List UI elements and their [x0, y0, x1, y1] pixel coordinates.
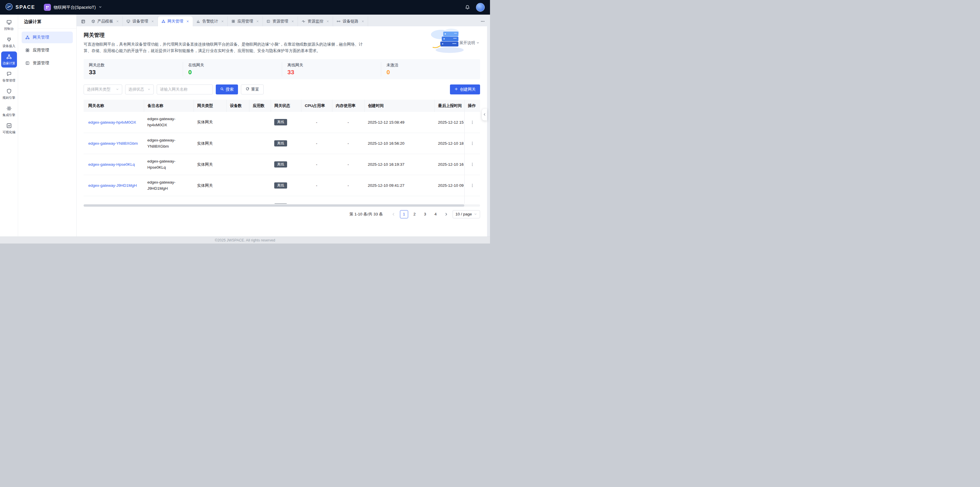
alarm-management-icon [6, 71, 12, 77]
rail-item-console[interactable]: 控制台 [1, 17, 17, 33]
tabs-list-icon[interactable] [78, 16, 88, 26]
column-header-last-report: 最后上报时间 [434, 100, 464, 112]
last-report-time: 2025-12-12 15 [438, 120, 464, 124]
scrollbar-thumb[interactable] [84, 204, 464, 207]
gateway-remark: edgex-gateway-J9HD1MgH [147, 180, 183, 192]
tab-alarm-statistics[interactable]: 告警统计 [192, 16, 228, 26]
rail-item-label: 控制台 [4, 27, 14, 31]
tab-device-management[interactable]: 设备管理 [123, 16, 158, 26]
gateway-name-link[interactable]: edgex-gateway-hp4xM0OX [88, 120, 136, 124]
workspace-selector[interactable]: 物联网平台(SpaceIoT) [44, 4, 102, 11]
search-button-label: 搜索 [226, 87, 234, 92]
gateway-name-link[interactable]: edgex-gateway-YN8BXGbm [88, 141, 138, 146]
next-page-icon[interactable] [442, 210, 450, 218]
previous-page-icon[interactable] [390, 210, 398, 218]
close-icon[interactable] [116, 20, 119, 23]
user-avatar[interactable] [476, 3, 485, 12]
rail-item-integration-engine[interactable]: 集成引擎 [1, 103, 17, 119]
page-size-select[interactable]: 10 / page [453, 210, 480, 218]
create-gateway-button[interactable]: 创建网关 [450, 84, 480, 94]
sidebar-item-resource-management[interactable]: 资源管理 [22, 57, 73, 69]
table-row: edgex-gateway-Hpse0KLq edgex-gateway-Hps… [84, 154, 480, 175]
visualization-icon [6, 123, 12, 129]
tab-device-link[interactable]: 设备链路 [333, 16, 368, 26]
gateway-name-link[interactable]: edgex-gateway-Hpse0KLq [88, 162, 135, 167]
chevron-left-icon [483, 113, 486, 117]
rail-item-edge-computing[interactable]: 边缘计算 [1, 51, 17, 67]
row-actions-kebab-icon[interactable] [469, 119, 476, 126]
page-number-1[interactable]: 1 [400, 210, 408, 218]
row-actions-kebab-icon[interactable] [469, 161, 476, 168]
column-header-cpu: CPU占用率 [301, 100, 332, 112]
gateway-remark: edgex-gateway-hp4xM0OX [147, 116, 183, 128]
sidebar-item-label: 应用管理 [33, 48, 49, 53]
gateway-name-link[interactable]: edgex-gateway-J9HD1MgH [88, 183, 137, 188]
stat-label: 未激活 [387, 62, 475, 68]
tab-label: 资源管理 [272, 19, 288, 24]
stat-value: 33 [89, 69, 177, 76]
close-icon[interactable] [291, 20, 294, 23]
rail-item-rule-engine[interactable]: 规则引擎 [1, 86, 17, 102]
sidebar-item-gateway-management[interactable]: 网关管理 [22, 32, 73, 43]
tab-label: 设备管理 [132, 19, 148, 24]
column-header-gateway-name: 网关名称 [84, 100, 144, 112]
close-icon[interactable] [221, 20, 224, 23]
column-header-type: 网关类型 [194, 100, 226, 112]
brand-logo: SPACE [5, 3, 35, 12]
sidebar: 边缘计算 网关管理 应用管理 资源管理 [18, 14, 76, 237]
tab-label: 告警统计 [202, 19, 218, 24]
close-icon[interactable] [361, 20, 364, 23]
gateway-type-select[interactable]: 选择网关类型 [84, 84, 122, 94]
cpu-usage: - [316, 120, 318, 124]
column-header-memory: 内存使用率 [332, 100, 364, 112]
page-number-3[interactable]: 3 [421, 210, 429, 218]
tab-resource-monitor[interactable]: 资源监控 [298, 16, 333, 26]
tab-resource-management[interactable]: 资源管理 [263, 16, 298, 26]
rail-item-alarm-management[interactable]: 告警管理 [1, 69, 17, 85]
memory-usage: - [348, 162, 349, 167]
gateway-icon [161, 19, 165, 23]
reset-button[interactable]: 重置 [241, 84, 264, 94]
sidebar-item-app-management[interactable]: 应用管理 [22, 45, 73, 56]
stat-label: 在线网关 [188, 62, 277, 68]
page-number-4[interactable]: 4 [431, 210, 440, 218]
search-icon [220, 87, 224, 92]
chevron-down-icon [474, 213, 477, 216]
column-header-created: 创建时间 [364, 100, 434, 112]
stat-online-gateways: 在线网关 0 [183, 62, 282, 76]
plus-icon [454, 87, 458, 92]
resource-monitor-icon [301, 19, 305, 23]
page-size-value: 10 / page [455, 212, 472, 216]
page-description: 可直连物联网平台，具有网关设备管理功能，并代理网关设备直接连接物联网平台的设备。… [84, 41, 369, 54]
expand-description-link[interactable]: 展开说明 [459, 40, 479, 46]
tab-app-management[interactable]: 应用管理 [228, 16, 263, 26]
close-icon[interactable] [186, 20, 189, 23]
created-time: 2025-12-10 16:19:37 [368, 162, 404, 167]
tab-label: 资源监控 [307, 19, 323, 24]
content-card: 网关管理 可直连物联网平台，具有网关设备管理功能，并代理网关设备直接连接物联网平… [76, 26, 487, 237]
reset-button-label: 重置 [251, 87, 259, 92]
tab-product-template[interactable]: 产品模板 [88, 16, 123, 26]
close-icon[interactable] [326, 20, 329, 23]
close-icon[interactable] [151, 20, 154, 23]
status-select[interactable]: 选择状态 [125, 84, 154, 94]
more-tabs-icon[interactable] [478, 16, 487, 26]
gateway-name-input[interactable] [157, 84, 213, 94]
row-actions-kebab-icon[interactable] [469, 182, 476, 189]
tab-gateway-management[interactable]: 网关管理 [158, 16, 192, 26]
table-row: edgex-gateway-hp4xM0OX edgex-gateway-hp4… [84, 112, 480, 133]
memory-usage: - [348, 141, 349, 146]
rail-item-device-access[interactable]: 设备接入 [1, 34, 17, 50]
tab-label: 网关管理 [167, 19, 183, 24]
close-icon[interactable] [256, 20, 259, 23]
notification-bell-icon[interactable] [465, 5, 470, 10]
column-header-actions: 操作 [464, 100, 480, 112]
rail-item-visualization[interactable]: 可视化编 [1, 121, 17, 137]
search-button[interactable]: 搜索 [216, 84, 238, 94]
page-number-2[interactable]: 2 [410, 210, 418, 218]
gateway-type: 实体网关 [197, 162, 213, 167]
row-actions-kebab-icon[interactable] [469, 140, 476, 147]
stat-label: 网关总数 [89, 62, 177, 68]
collapse-panel-handle[interactable] [482, 109, 487, 121]
console-icon [6, 19, 12, 25]
